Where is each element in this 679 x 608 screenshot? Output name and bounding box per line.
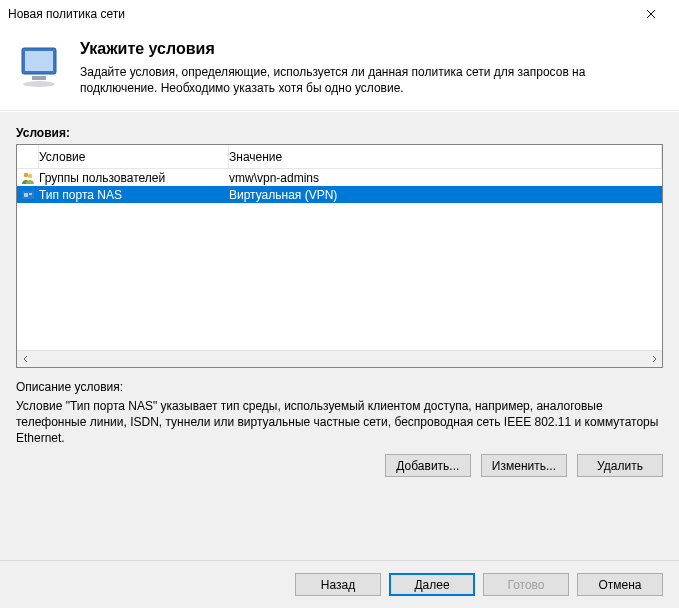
column-value[interactable]: Значение [229, 145, 662, 168]
cancel-button[interactable]: Отмена [577, 573, 663, 596]
cell-value: vmw\vpn-admins [229, 171, 662, 185]
cell-condition: Тип порта NAS [39, 188, 229, 202]
list-item[interactable]: Группы пользователей vmw\vpn-admins [17, 169, 662, 186]
port-icon [17, 188, 39, 202]
wizard-header: Укажите условия Задайте условия, определ… [0, 28, 679, 110]
svg-point-5 [28, 173, 33, 178]
close-icon [646, 9, 656, 19]
wizard-footer: Назад Далее Готово Отмена [0, 560, 679, 608]
svg-rect-1 [25, 51, 53, 71]
list-item[interactable]: Тип порта NAS Виртуальная (VPN) [17, 186, 662, 203]
window-title: Новая политика сети [8, 7, 125, 21]
add-button[interactable]: Добавить... [385, 454, 471, 477]
conditions-label: Условия: [16, 126, 663, 140]
remove-button[interactable]: Удалить [577, 454, 663, 477]
horizontal-scrollbar[interactable] [17, 350, 662, 367]
description-text: Условие "Тип порта NAS" указывает тип ср… [16, 398, 663, 442]
cell-condition: Группы пользователей [39, 171, 229, 185]
column-condition[interactable]: Условие [39, 145, 229, 168]
edit-button[interactable]: Изменить... [481, 454, 567, 477]
svg-point-4 [24, 172, 29, 177]
cell-value: Виртуальная (VPN) [229, 188, 662, 202]
svg-rect-7 [24, 193, 28, 197]
wizard-monitor-icon [16, 42, 64, 90]
finish-button[interactable]: Готово [483, 573, 569, 596]
close-button[interactable] [631, 0, 671, 28]
content-area: Условия: Условие Значение Группы пользов… [0, 112, 679, 560]
svg-rect-8 [29, 193, 32, 195]
list-header: Условие Значение [17, 145, 662, 169]
svg-rect-2 [32, 76, 46, 80]
page-title: Укажите условия [80, 40, 663, 58]
scroll-left-arrow[interactable] [17, 351, 34, 368]
list-body: Группы пользователей vmw\vpn-admins Тип … [17, 169, 662, 350]
titlebar: Новая политика сети [0, 0, 679, 28]
condition-actions: Добавить... Изменить... Удалить [16, 454, 663, 477]
svg-point-3 [23, 81, 55, 87]
scroll-right-arrow[interactable] [645, 351, 662, 368]
back-button[interactable]: Назад [295, 573, 381, 596]
description-label: Описание условия: [16, 380, 663, 394]
next-button[interactable]: Далее [389, 573, 475, 596]
conditions-list[interactable]: Условие Значение Группы пользователей vm… [16, 144, 663, 368]
users-icon [17, 171, 39, 185]
page-subtitle: Задайте условия, определяющие, используе… [80, 64, 663, 96]
